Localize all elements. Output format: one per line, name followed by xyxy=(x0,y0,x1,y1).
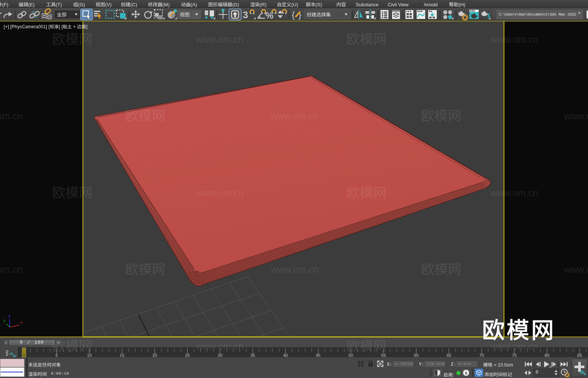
svg-text:视图: 视图 xyxy=(180,11,190,18)
svg-text:65: 65 xyxy=(446,353,451,358)
svg-text:{: { xyxy=(292,10,295,20)
svg-text:30: 30 xyxy=(218,353,223,358)
svg-text:55: 55 xyxy=(381,353,386,358)
svg-text:80: 80 xyxy=(545,353,549,358)
svg-text:3: 3 xyxy=(243,9,248,20)
svg-text:创建选择集: 创建选择集 xyxy=(307,11,331,18)
svg-text:20: 20 xyxy=(152,353,157,358)
svg-text:35: 35 xyxy=(251,353,255,358)
svg-text:15: 15 xyxy=(120,353,125,358)
svg-text:z: z xyxy=(8,314,10,318)
svg-text:75: 75 xyxy=(512,353,517,358)
svg-text:全部: 全部 xyxy=(57,11,67,18)
svg-text:y: y xyxy=(3,318,6,323)
svg-text:50: 50 xyxy=(349,353,353,358)
svg-text:0: 0 xyxy=(23,353,25,358)
svg-text:85: 85 xyxy=(577,353,582,358)
svg-text:70: 70 xyxy=(479,353,484,358)
svg-text:x: x xyxy=(20,320,23,324)
svg-text:60: 60 xyxy=(414,353,419,358)
svg-text:40: 40 xyxy=(283,353,288,358)
svg-text:5: 5 xyxy=(55,353,58,358)
svg-text:25: 25 xyxy=(185,353,190,358)
svg-text:45: 45 xyxy=(316,353,321,358)
svg-text:10: 10 xyxy=(87,353,92,358)
